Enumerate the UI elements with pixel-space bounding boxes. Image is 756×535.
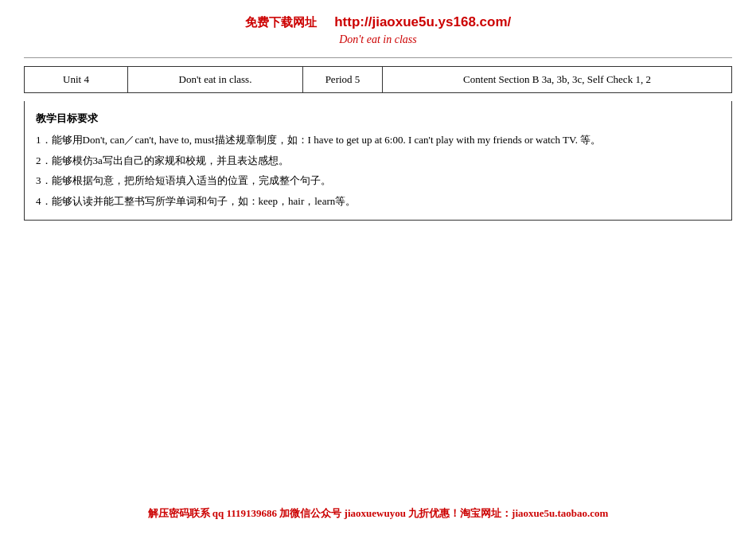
title-cell: Don't eat in class. bbox=[128, 67, 303, 93]
objectives-title: 教学目标要求 bbox=[36, 109, 720, 127]
lesson-table: Unit 4 Don't eat in class. Period 5 Cont… bbox=[24, 66, 732, 93]
lesson-info: Unit 4 Don't eat in class. Period 5 Cont… bbox=[0, 66, 756, 93]
objective-item-3: 3．能够根据句意，把所给短语填入适当的位置，完成整个句子。 bbox=[36, 171, 720, 189]
objectives-box: 教学目标要求 1．能够用Don't, can／can't, have to, m… bbox=[24, 101, 732, 221]
objective-item-4: 4．能够认读并能工整书写所学单词和句子，如：keep，hair，learn等。 bbox=[36, 192, 720, 210]
period-cell: Period 5 bbox=[303, 67, 383, 93]
objective-item-2: 2．能够模仿3a写出自己的家规和校规，并且表达感想。 bbox=[36, 151, 720, 170]
unit-cell: Unit 4 bbox=[25, 67, 128, 93]
table-row: Unit 4 Don't eat in class. Period 5 Cont… bbox=[25, 67, 732, 93]
free-download-label: 免费下载网址 bbox=[245, 16, 317, 29]
footer-text: 解压密码联系 qq 1119139686 加微信公众号 jiaoxuewuyou… bbox=[148, 507, 609, 519]
divider bbox=[24, 57, 732, 58]
website-url: http://jiaoxue5u.ys168.com/ bbox=[334, 14, 511, 29]
objective-item-1: 1．能够用Don't, can／can't, have to, must描述规章… bbox=[36, 131, 720, 149]
footer: 解压密码联系 qq 1119139686 加微信公众号 jiaoxuewuyou… bbox=[0, 506, 756, 521]
header-subtitle: Don't eat in class bbox=[0, 33, 756, 46]
header-top: 免费下载网址 http://jiaoxue5u.ys168.com/ bbox=[0, 14, 756, 30]
content-cell: Content Section B 3a, 3b, 3c, Self Check… bbox=[383, 67, 732, 93]
header: 免费下载网址 http://jiaoxue5u.ys168.com/ Don't… bbox=[0, 0, 756, 57]
